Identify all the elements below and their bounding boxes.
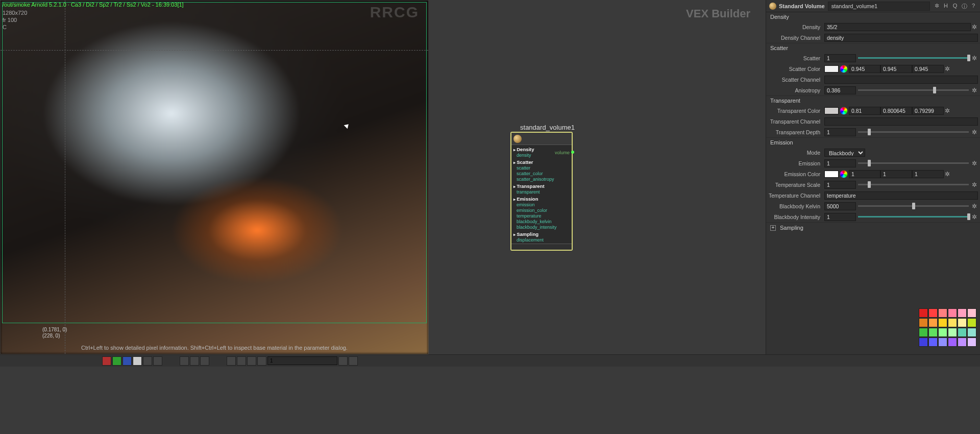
palette-swatch[interactable] bbox=[967, 337, 976, 347]
color-picker-icon[interactable] bbox=[840, 65, 848, 73]
palette-swatch[interactable] bbox=[928, 318, 938, 327]
palette-swatch[interactable] bbox=[948, 328, 957, 337]
toolbar-button[interactable] bbox=[180, 356, 189, 366]
help-icon[interactable]: ? bbox=[970, 3, 977, 10]
color-picker-icon[interactable] bbox=[840, 107, 848, 115]
gear-icon[interactable]: ✲ bbox=[971, 181, 978, 188]
palette-swatch[interactable] bbox=[967, 328, 976, 337]
blackbody-kelvin-slider[interactable] bbox=[858, 205, 969, 207]
transparent-channel-input[interactable] bbox=[824, 117, 978, 126]
palette-swatch[interactable] bbox=[928, 337, 938, 347]
transparent-color-r[interactable] bbox=[849, 107, 880, 115]
gear-icon[interactable]: ✲ bbox=[971, 87, 978, 94]
node-port-scatter-color[interactable]: scatter_color bbox=[513, 171, 570, 177]
transparent-depth-slider[interactable] bbox=[858, 131, 969, 133]
node-header[interactable] bbox=[511, 133, 572, 145]
footer-numeric-input[interactable] bbox=[267, 356, 337, 365]
toolbar-button[interactable] bbox=[237, 356, 246, 366]
palette-swatch[interactable] bbox=[919, 318, 928, 327]
scatter-slider[interactable] bbox=[858, 57, 969, 59]
gear-icon[interactable]: ✲ bbox=[971, 160, 978, 167]
emission-color-r[interactable] bbox=[849, 170, 880, 178]
node-section-scatter[interactable]: Scatter bbox=[513, 158, 570, 165]
gear-icon[interactable]: ✲ bbox=[944, 171, 951, 178]
node-section-transparent[interactable]: Transparent bbox=[513, 182, 570, 189]
node-port-emission-color[interactable]: emission_color bbox=[513, 208, 570, 213]
blackbody-intensity-input[interactable] bbox=[824, 213, 856, 221]
toolbar-button[interactable] bbox=[247, 356, 256, 366]
node-port-blackbody-kelvin[interactable]: blackbody_kelvin bbox=[513, 219, 570, 225]
scatter-color-b[interactable] bbox=[912, 65, 944, 73]
node-output-port[interactable] bbox=[571, 151, 574, 154]
node-port-transparent[interactable]: transparent bbox=[513, 189, 570, 195]
gear-icon[interactable]: ✲ bbox=[944, 107, 951, 114]
palette-swatch[interactable] bbox=[928, 308, 938, 318]
blackbody-kelvin-input[interactable] bbox=[824, 202, 856, 210]
palette-swatch[interactable] bbox=[958, 308, 967, 318]
transparent-color-swatch[interactable] bbox=[824, 107, 839, 114]
emission-color-g[interactable] bbox=[880, 170, 912, 178]
emission-color-swatch[interactable] bbox=[824, 171, 839, 178]
scatter-color-g[interactable] bbox=[880, 65, 912, 73]
palette-swatch[interactable] bbox=[938, 328, 947, 337]
palette-swatch[interactable] bbox=[948, 337, 957, 347]
transparent-depth-input[interactable] bbox=[824, 128, 856, 136]
density-input[interactable] bbox=[824, 23, 971, 31]
emission-mode-select[interactable]: Blackbody bbox=[824, 149, 865, 157]
node-port-temperature[interactable]: temperature bbox=[513, 213, 570, 219]
palette-swatch[interactable] bbox=[958, 318, 967, 327]
channel-a-button[interactable] bbox=[133, 356, 142, 366]
gear-icon[interactable]: ✲ bbox=[971, 129, 978, 136]
palette-swatch[interactable] bbox=[948, 308, 957, 318]
gear-icon[interactable]: ✲ bbox=[944, 65, 951, 73]
node-standard-volume[interactable]: standard_volume1 volume Density density … bbox=[510, 132, 573, 251]
temp-channel-input[interactable] bbox=[824, 191, 978, 200]
palette-swatch[interactable] bbox=[938, 318, 947, 327]
toolbar-button[interactable] bbox=[200, 356, 209, 366]
temp-scale-input[interactable] bbox=[824, 181, 856, 189]
color-picker-icon[interactable] bbox=[840, 170, 848, 178]
emission-color-b[interactable] bbox=[912, 170, 944, 178]
gear-icon[interactable]: ✲ bbox=[971, 55, 978, 62]
gear-icon[interactable]: ✲ bbox=[971, 23, 978, 31]
palette-swatch[interactable] bbox=[958, 337, 967, 347]
palette-swatch[interactable] bbox=[967, 318, 976, 327]
expand-icon[interactable]: + bbox=[770, 225, 776, 231]
palette-swatch[interactable] bbox=[928, 328, 938, 337]
blackbody-intensity-slider[interactable] bbox=[858, 216, 969, 218]
heading-icon[interactable]: H bbox=[942, 3, 949, 10]
transparent-color-b[interactable] bbox=[912, 107, 944, 115]
channel-g-button[interactable] bbox=[112, 356, 121, 366]
search-icon[interactable]: Q bbox=[951, 3, 959, 10]
palette-swatch[interactable] bbox=[919, 328, 928, 337]
density-channel-input[interactable] bbox=[824, 34, 978, 42]
node-section-sampling[interactable]: Sampling bbox=[513, 230, 570, 237]
palette-swatch[interactable] bbox=[938, 308, 947, 318]
gear-icon[interactable]: ✲ bbox=[971, 213, 978, 221]
node-port-scatter-anisotropy[interactable]: scatter_anisotropy bbox=[513, 177, 570, 182]
info-icon[interactable]: ⓘ bbox=[961, 3, 968, 10]
node-port-displacement[interactable]: displacement bbox=[513, 237, 570, 243]
node-port-emission[interactable]: emission bbox=[513, 202, 570, 208]
color-palette[interactable] bbox=[919, 308, 977, 351]
toolbar-button[interactable] bbox=[153, 356, 162, 366]
toolbar-button[interactable] bbox=[257, 356, 266, 366]
channel-b-button[interactable] bbox=[122, 356, 132, 366]
channel-r-button[interactable] bbox=[102, 356, 111, 366]
palette-swatch[interactable] bbox=[958, 328, 967, 337]
palette-swatch[interactable] bbox=[938, 337, 947, 347]
node-name-field[interactable]: standard_volume1 bbox=[828, 2, 930, 11]
toolbar-button[interactable] bbox=[227, 356, 236, 366]
node-section-emission[interactable]: Emission bbox=[513, 195, 570, 202]
network-view[interactable]: VEX Builder standard_volume1 volume Dens… bbox=[429, 0, 766, 354]
emission-slider[interactable] bbox=[858, 162, 969, 164]
toolbar-button[interactable] bbox=[190, 356, 199, 366]
scatter-input[interactable] bbox=[824, 54, 856, 62]
palette-swatch[interactable] bbox=[919, 337, 928, 347]
node-port-blackbody-intensity[interactable]: blackbody_intensity bbox=[513, 225, 570, 230]
scatter-channel-input[interactable] bbox=[824, 76, 978, 84]
scatter-color-swatch[interactable] bbox=[824, 65, 839, 73]
anisotropy-input[interactable] bbox=[824, 86, 856, 94]
palette-swatch[interactable] bbox=[948, 318, 957, 327]
toolbar-button[interactable] bbox=[143, 356, 152, 366]
